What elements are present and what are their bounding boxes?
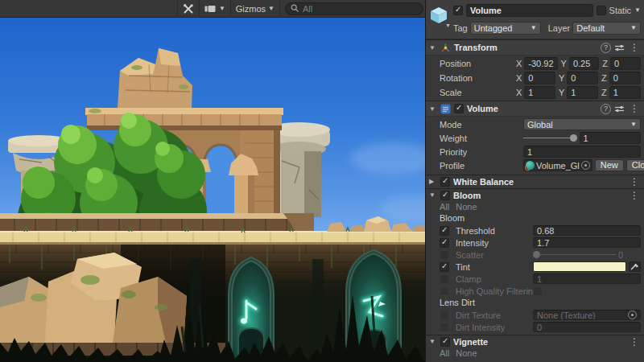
slider-knob[interactable] <box>533 251 540 258</box>
gameobject-cube-icon[interactable]: ▼ <box>429 6 450 27</box>
bloom-header[interactable]: ▼ Bloom ⋮ <box>426 188 644 201</box>
kebab-icon[interactable]: ⋮ <box>628 191 641 200</box>
help-icon[interactable]: ? <box>601 104 611 114</box>
white-balance-checkbox[interactable] <box>440 177 450 187</box>
position-x-field[interactable]: -30.92 <box>524 57 557 70</box>
search-placeholder: All <box>303 4 312 14</box>
tint-override-checkbox[interactable] <box>440 262 449 272</box>
scatter-override-checkbox[interactable] <box>440 250 449 260</box>
rotation-y-field[interactable]: 0 <box>567 72 598 84</box>
clamp-field[interactable]: 1 <box>533 274 641 284</box>
search-icon <box>291 4 299 13</box>
chevron-down-icon: ▼ <box>268 6 275 12</box>
vignette-none-button[interactable]: None <box>456 348 477 359</box>
scene-tools-button[interactable] <box>178 0 199 18</box>
bloom-group-label: Bloom <box>440 213 641 224</box>
static-dropdown-icon[interactable]: ▼ <box>634 7 641 14</box>
scale-y-field[interactable]: 1 <box>567 86 598 99</box>
scale-row: Scale X1 Y1 Z1 <box>440 86 641 99</box>
scene-search-input[interactable]: All <box>285 2 423 15</box>
dirt-intensity-override-checkbox[interactable] <box>440 323 449 332</box>
object-picker-icon[interactable] <box>581 161 590 170</box>
rotation-x-field[interactable]: 0 <box>524 72 555 84</box>
white-balance-header[interactable]: ▶ White Balance ⋮ <box>426 175 644 187</box>
scale-x-field[interactable]: 1 <box>524 86 555 99</box>
bloom-none-button[interactable]: None <box>456 202 477 212</box>
threshold-field[interactable]: 0.68 <box>533 225 641 236</box>
dirt-texture-row: Dirt Texture None (Texture) <box>440 310 641 320</box>
bloom-all-button[interactable]: All <box>440 202 449 212</box>
volume-profile-asset-icon <box>526 161 535 170</box>
tag-dropdown[interactable]: Untagged ▼ <box>470 22 541 35</box>
transform-title: Transform <box>454 43 497 52</box>
eyedropper-icon[interactable] <box>629 261 641 272</box>
bloom-checkbox[interactable] <box>440 191 450 200</box>
profile-clone-button[interactable]: Clone <box>626 159 644 171</box>
intensity-field[interactable]: 1.7 <box>533 237 641 248</box>
chevron-down-icon: ▼ <box>630 25 637 31</box>
vignette-checkbox[interactable] <box>440 337 450 347</box>
foldout-icon[interactable]: ▼ <box>429 44 437 51</box>
position-z-field[interactable]: 0 <box>610 57 641 70</box>
clamp-override-checkbox[interactable] <box>440 274 449 284</box>
priority-label: Priority <box>440 147 523 157</box>
scatter-slider[interactable] <box>533 249 616 260</box>
volume-script-icon <box>440 104 451 114</box>
dirt-texture-object-field[interactable]: None (Texture) <box>533 310 641 320</box>
position-y-field[interactable]: 0.25 <box>569 57 599 70</box>
kebab-icon[interactable]: ⋮ <box>628 43 641 52</box>
foldout-icon[interactable]: ▼ <box>429 338 437 345</box>
scene-viewport[interactable] <box>0 18 425 362</box>
gizmos-dropdown[interactable]: Gizmos ▼ <box>231 0 279 18</box>
chevron-down-icon: ▼ <box>630 121 637 128</box>
dirt-texture-override-checkbox[interactable] <box>440 311 449 320</box>
tint-row: Tint <box>440 261 641 272</box>
volume-enabled-checkbox[interactable] <box>454 104 464 113</box>
priority-field[interactable]: 1 <box>523 146 641 158</box>
help-icon[interactable]: ? <box>601 43 611 53</box>
kebab-icon[interactable]: ⋮ <box>628 177 641 187</box>
kebab-icon[interactable]: ⋮ <box>628 104 641 113</box>
transform-icon <box>440 43 451 53</box>
volume-title: Volume <box>467 104 498 113</box>
tint-color-swatch[interactable] <box>533 261 626 272</box>
object-picker-icon[interactable] <box>628 311 637 319</box>
scale-z-field[interactable]: 1 <box>609 86 641 99</box>
vignette-header[interactable]: ▼ Vignette ⋮ <box>426 335 644 348</box>
gameobject-name-field[interactable]: Volume <box>466 4 593 17</box>
weight-slider[interactable] <box>523 133 577 143</box>
bloom-title: Bloom <box>453 191 481 200</box>
active-checkbox[interactable] <box>453 6 463 15</box>
weight-field[interactable]: 1 <box>580 132 642 144</box>
scene-camera-button[interactable]: ▼ <box>200 0 230 18</box>
foldout-icon[interactable]: ▶ <box>429 178 437 185</box>
profile-new-button[interactable]: New <box>595 159 624 171</box>
rotation-z-field[interactable]: 0 <box>609 72 641 84</box>
hqf-value-checkbox[interactable] <box>533 286 543 296</box>
transform-header[interactable]: ▼ Transform ? ⋮ <box>426 39 644 56</box>
chevron-down-icon: ▼ <box>445 23 451 28</box>
static-label: Static <box>609 6 632 15</box>
scene-view: ▼ Gizmos ▼ All <box>0 0 425 362</box>
volume-component-header[interactable]: ▼ Volume ? ⋮ <box>426 101 644 117</box>
foldout-icon[interactable]: ▼ <box>429 105 437 113</box>
preset-icon[interactable] <box>614 43 625 52</box>
chevron-down-icon: ▼ <box>219 6 225 12</box>
profile-object-field[interactable]: Volume_Gl <box>523 159 592 171</box>
slider-knob[interactable] <box>570 134 577 142</box>
layer-dropdown[interactable]: Default ▼ <box>572 22 641 35</box>
kebab-icon[interactable]: ⋮ <box>628 337 641 347</box>
scatter-row: Scatter 0 <box>440 249 641 260</box>
dirt-intensity-field[interactable]: 0 <box>533 322 641 332</box>
hqf-override-checkbox[interactable] <box>440 286 449 296</box>
dirt-intensity-row: Dirt Intensity 0 <box>440 322 641 332</box>
intensity-override-checkbox[interactable] <box>440 238 449 248</box>
mode-dropdown[interactable]: Global ▼ <box>523 118 641 130</box>
foldout-icon[interactable]: ▼ <box>429 191 437 199</box>
chevron-down-icon: ▼ <box>530 25 537 31</box>
vignette-all-button[interactable]: All <box>440 348 449 359</box>
gizmos-label: Gizmos <box>236 4 266 14</box>
preset-icon[interactable] <box>614 105 625 113</box>
threshold-override-checkbox[interactable] <box>440 226 449 236</box>
static-checkbox[interactable] <box>597 6 606 15</box>
